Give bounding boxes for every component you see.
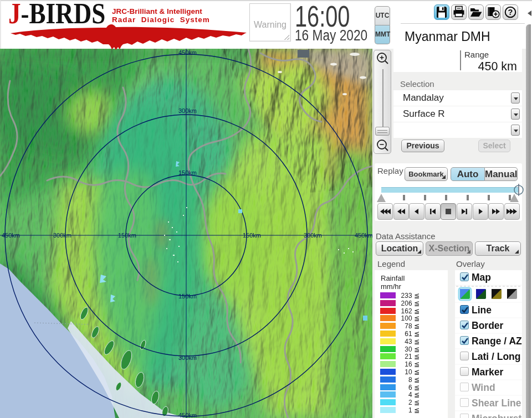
svg-text:450km: 450km [2, 232, 20, 239]
svg-text:150km: 150km [243, 232, 261, 239]
svg-text:300km: 300km [178, 354, 197, 361]
svg-text:300km: 300km [53, 232, 71, 239]
svg-text:450km: 450km [178, 49, 197, 56]
svg-text:300km: 300km [178, 107, 197, 114]
svg-text:450km: 450km [178, 412, 197, 418]
svg-text:450km: 450km [355, 232, 372, 239]
svg-text:150km: 150km [178, 293, 197, 300]
svg-text:300km: 300km [304, 232, 322, 239]
svg-text:150km: 150km [118, 232, 136, 239]
svg-text:150km: 150km [178, 169, 197, 176]
svg-text:?: ? [508, 8, 513, 17]
